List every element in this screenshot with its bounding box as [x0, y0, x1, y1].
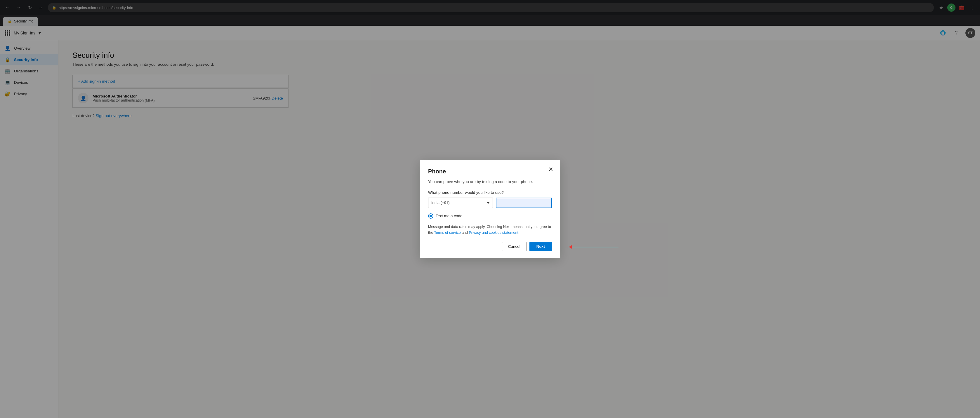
modal-overlay[interactable]: Phone ✕ You can prove who you are by tex…: [0, 0, 980, 418]
radio-group: Text me a code: [428, 213, 552, 219]
modal-title: Phone: [428, 168, 552, 175]
arrow-head: [569, 245, 572, 249]
cancel-button[interactable]: Cancel: [502, 242, 527, 251]
and-text: and: [462, 230, 468, 235]
arrow-line: [572, 247, 619, 247]
radio-label: Text me a code: [436, 214, 463, 218]
phone-input[interactable]: [496, 198, 552, 208]
phone-modal: Phone ✕ You can prove who you are by tex…: [420, 160, 560, 258]
terms-link[interactable]: Terms of service: [434, 230, 461, 235]
privacy-link[interactable]: Privacy and cookies statement.: [469, 230, 519, 235]
country-select[interactable]: India (+91) United States (+1) United Ki…: [428, 198, 493, 208]
annotation-arrow: [569, 245, 619, 249]
modal-note: Message and data rates may apply. Choosi…: [428, 224, 552, 235]
modal-inputs: India (+91) United States (+1) United Ki…: [428, 198, 552, 208]
modal-phone-label: What phone number would you like to use?: [428, 190, 552, 195]
modal-actions: Cancel Next: [428, 242, 552, 251]
text-me-radio[interactable]: [428, 213, 433, 219]
close-icon: ✕: [549, 166, 554, 173]
radio-dot: [430, 215, 432, 217]
next-button[interactable]: Next: [530, 242, 552, 251]
modal-description: You can prove who you are by texting a c…: [428, 179, 552, 185]
modal-close-button[interactable]: ✕: [546, 165, 555, 174]
